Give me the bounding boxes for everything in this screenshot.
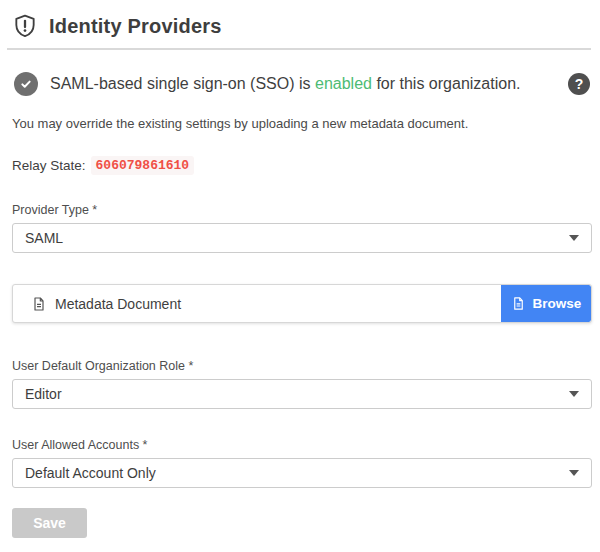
default-role-group: User Default Organization Role * Editor: [12, 359, 592, 409]
provider-type-value: SAML: [25, 230, 63, 246]
save-button[interactable]: Save: [12, 508, 87, 538]
help-icon[interactable]: ?: [568, 73, 590, 95]
metadata-file-left: Metadata Document: [13, 296, 501, 312]
document-icon: [31, 296, 47, 312]
provider-type-select[interactable]: SAML: [12, 223, 592, 253]
sso-status-text: SAML-based single sign-on (SSO) is enabl…: [50, 75, 568, 93]
allowed-accounts-label: User Allowed Accounts *: [12, 438, 592, 452]
chevron-down-icon: [569, 470, 579, 476]
provider-type-group: Provider Type * SAML: [12, 203, 592, 253]
allowed-accounts-value: Default Account Only: [25, 465, 156, 481]
allowed-accounts-group: User Allowed Accounts * Default Account …: [12, 438, 592, 488]
relay-state-row: Relay State: 606079861610: [12, 156, 588, 175]
override-description: You may override the existing settings b…: [12, 116, 588, 131]
sso-enabled-text: enabled: [315, 75, 372, 92]
relay-state-value: 606079861610: [91, 156, 195, 175]
metadata-file-input[interactable]: Metadata Document Browse: [12, 284, 592, 323]
relay-state-label: Relay State:: [12, 158, 86, 173]
browse-file-icon: [511, 296, 526, 311]
page-title: Identity Providers: [49, 15, 222, 38]
chevron-down-icon: [569, 235, 579, 241]
sso-status-row: SAML-based single sign-on (SSO) is enabl…: [14, 72, 590, 96]
browse-button-label: Browse: [533, 296, 582, 311]
allowed-accounts-select[interactable]: Default Account Only: [12, 458, 592, 488]
page-header: Identity Providers: [7, 0, 591, 50]
default-role-select[interactable]: Editor: [12, 379, 592, 409]
metadata-file-placeholder: Metadata Document: [55, 296, 181, 312]
default-role-label: User Default Organization Role *: [12, 359, 592, 373]
default-role-value: Editor: [25, 386, 62, 402]
chevron-down-icon: [569, 391, 579, 397]
shield-alert-icon: [12, 13, 38, 39]
check-circle-icon: [14, 72, 38, 96]
browse-button[interactable]: Browse: [501, 285, 591, 322]
provider-type-label: Provider Type *: [12, 203, 592, 217]
